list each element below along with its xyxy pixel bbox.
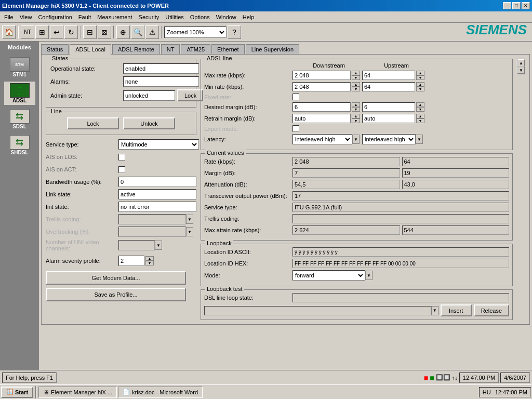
alarm-severity-input[interactable] [118,256,144,266]
toolbar-btn-9[interactable]: ⚠ [145,25,159,39]
toolbar-btn-4[interactable]: ↻ [64,25,78,39]
max-rate-ds-input[interactable] [292,71,351,80]
vertical-scrollbar[interactable]: ▲ ▼ [517,59,525,74]
scroll-down-button[interactable]: ▼ [517,66,525,74]
retrain-margin-ds-input[interactable] [292,114,351,123]
min-rate-us-down[interactable]: ▼ [416,87,424,91]
toolbar-btn-6[interactable]: ⊠ [98,25,111,39]
toolbar-btn-2[interactable]: ⊞ [35,25,49,39]
mode-dropdown-arrow[interactable]: ▼ [365,271,373,280]
sidebar-item-sdsl[interactable]: ⇆ SDSL [4,108,35,131]
menu-security[interactable]: Security [136,13,163,21]
menu-file[interactable]: File [1,13,17,21]
retrain-margin-ds-down[interactable]: ▼ [352,118,360,123]
toolbar-btn-7[interactable]: ⊕ [116,25,130,39]
link-state-input[interactable] [118,189,196,200]
retrain-margin-us-down[interactable]: ▼ [416,118,424,123]
tab-status[interactable]: Status [41,44,69,55]
sidebar-item-stm1[interactable]: STM STM1 [4,56,35,79]
close-button[interactable]: ✕ [522,2,530,9]
zoom-select[interactable]: Zoomed 100% Zoomed 50% Zoomed 150% [164,26,227,38]
toolbar-btn-5[interactable]: ⊟ [83,25,97,39]
overbooking-dropdown[interactable]: ▼ [186,227,193,236]
sidebar-item-adsl[interactable]: → ← ADSL [4,82,35,105]
init-state-input[interactable] [118,202,196,212]
taskbar-item-word[interactable]: 📄 krisz.doc - Microsoft Word [118,387,203,398]
toolbar-btn-1[interactable]: NT [21,25,34,39]
service-type-select[interactable]: Multimode [118,139,199,150]
tab-ethernet[interactable]: Ethernet [211,44,245,55]
desired-margin-ds-input[interactable] [292,102,351,112]
scroll-up-button[interactable]: ▲ [517,59,525,66]
latency-row: Latency: interleaved high ▼ interleaved [204,134,509,144]
retrain-margin-ds-up[interactable]: ▲ [352,114,360,118]
desired-margin-us-up[interactable]: ▲ [416,102,424,107]
lock-line-button[interactable]: Lock [67,117,119,129]
min-rate-ds-down[interactable]: ▼ [352,87,360,91]
toolbar-btn-3[interactable]: ↩ [50,25,63,39]
menu-window[interactable]: Window [213,13,240,21]
maximize-button[interactable]: □ [512,2,521,9]
bandwidth-input[interactable] [118,177,196,187]
menu-fault[interactable]: Fault [75,13,94,21]
tab-adsl-local[interactable]: ADSL Local [70,44,111,55]
lock-admin-button[interactable]: Lock [177,89,203,101]
tab-adsl-remote[interactable]: ADSL Remote [112,44,160,55]
toolbar-btn-8[interactable]: 🔍 [131,25,144,39]
alarm-severity-up[interactable]: ▲ [145,256,154,261]
tab-line-supervision[interactable]: Line Supervision [246,44,299,55]
latency-ds-arrow[interactable]: ▼ [352,135,360,144]
adsl-icon: → ← [10,83,30,98]
taskbar-item-element-manager[interactable]: 🖥 Element Manager hiX ... [38,387,117,398]
menu-help[interactable]: Help [240,13,258,21]
desired-margin-ds-up[interactable]: ▲ [352,102,360,107]
ais-act-checkbox[interactable] [118,166,125,173]
menu-configuration[interactable]: Configuration [35,13,75,21]
ais-los-checkbox[interactable] [118,154,125,161]
max-rate-us-input[interactable] [362,71,415,80]
desired-margin-us-down[interactable]: ▼ [416,107,424,112]
latency-us-arrow[interactable]: ▼ [416,135,423,144]
max-rate-ds-up[interactable]: ▲ [352,71,360,75]
menu-options[interactable]: Options [187,13,213,21]
min-rate-us-input[interactable] [362,82,415,91]
desired-margin-us-input[interactable] [362,102,415,112]
mode-select[interactable]: forward backward none [292,270,365,281]
max-rate-us-up[interactable]: ▲ [416,71,424,75]
release-button[interactable]: Release [474,304,509,316]
minimize-button[interactable]: ─ [503,2,511,9]
uni-video-dropdown[interactable]: ▼ [155,241,162,250]
min-rate-us-up[interactable]: ▲ [416,82,424,87]
toolbar-home[interactable]: 🏠 [2,25,16,39]
menu-utilities[interactable]: Utilities [162,13,187,21]
tab-nt[interactable]: NT [161,44,180,55]
start-button[interactable]: 🪟 Start [1,387,33,398]
unlock-line-button[interactable]: Unlock [123,117,175,129]
trellis-dropdown[interactable]: ▼ [186,215,193,224]
alarm-severity-down[interactable]: ▼ [145,261,154,265]
latency-ds-select[interactable]: interleaved high [292,134,352,144]
admin-state-input[interactable] [123,90,175,101]
help-button[interactable]: ? [228,25,241,39]
menu-view[interactable]: View [17,13,35,21]
sidebar-item-shdsl[interactable]: ⇆ SHDSL [4,134,35,157]
max-rate-ds-down[interactable]: ▼ [352,75,360,80]
get-modem-data-button[interactable]: Get Modem Data... [46,271,186,285]
tab-atm25[interactable]: ATM25 [181,44,210,55]
insert-button[interactable]: Insert [441,304,472,316]
menu-measurement[interactable]: Measurement [94,13,135,21]
loopback-test-dropdown[interactable]: ▼ [431,306,438,315]
operational-state-input[interactable] [123,63,199,74]
save-as-profile-button[interactable]: Save as Profile... [46,288,186,301]
alarms-input[interactable] [123,76,199,87]
latency-us-select[interactable]: interleaved high [362,134,416,144]
fixed-rate-checkbox[interactable] [292,94,299,100]
retrain-margin-us-input[interactable] [362,114,415,123]
min-rate-ds-up[interactable]: ▲ [352,82,360,87]
max-rate-us-down[interactable]: ▼ [416,75,424,80]
desired-margin-ds-down[interactable]: ▼ [352,107,360,112]
retrain-margin-us-up[interactable]: ▲ [416,114,424,118]
expert-mode-checkbox[interactable] [292,125,299,132]
min-rate-ds-input[interactable] [292,82,351,91]
loopback-section-label: Loopback [205,240,233,246]
